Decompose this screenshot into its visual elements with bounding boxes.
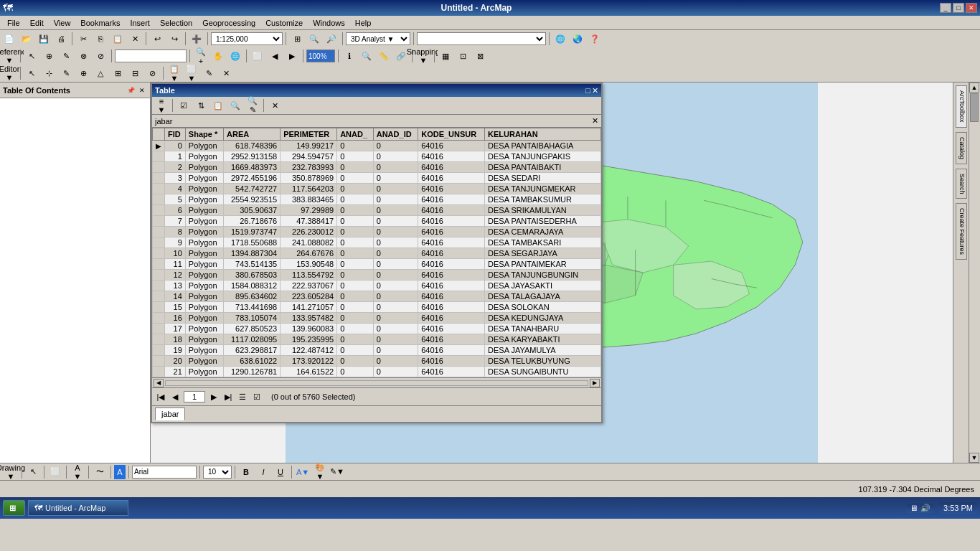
arctools-tab[interactable]: ArcToolbox <box>956 85 967 128</box>
snap-grid-button[interactable]: ▦ <box>438 49 453 63</box>
georef-tool4[interactable]: ⊗ <box>75 49 91 63</box>
menu-windows[interactable]: Windows <box>308 17 349 29</box>
table-field-button[interactable]: 📋 <box>210 98 226 113</box>
redo-button[interactable]: ↪ <box>166 32 182 46</box>
table-search-button[interactable]: 🔍✎ <box>245 98 260 113</box>
drawing-color-button[interactable]: A <box>114 465 126 479</box>
editor-button[interactable]: Editor ▼ <box>1 66 17 80</box>
save-button[interactable]: 💾 <box>36 32 52 46</box>
font-size-dropdown[interactable]: 10 12 14 <box>203 466 232 479</box>
col-shape[interactable]: Shape * <box>185 128 223 141</box>
georef-tool1[interactable]: ↖ <box>24 49 39 63</box>
menu-help[interactable]: Help <box>351 17 376 29</box>
add-data-button[interactable]: ➕ <box>189 32 204 46</box>
zoom-in-button[interactable]: 🔍 <box>306 32 322 46</box>
col-fid[interactable]: FID <box>165 128 186 141</box>
vscroll-down-button[interactable]: ▼ <box>969 453 979 463</box>
zoom-extent-button[interactable]: ⬜ <box>250 49 265 63</box>
table-row[interactable]: ▶0Polygon618.748396149.992170064016DESA … <box>153 141 601 151</box>
table-row[interactable]: 10Polygon1394.887304264.676760064016DESA… <box>153 248 601 259</box>
table-menu-button[interactable]: ≡ ▼ <box>154 98 169 113</box>
table-row[interactable]: 19Polygon623.298817122.4874120064016DESA… <box>153 345 601 356</box>
tools-dropdown[interactable] <box>417 32 546 45</box>
italic-button[interactable]: I <box>255 465 271 479</box>
edit-tool4[interactable]: ⊕ <box>75 66 91 80</box>
jabar-close-button[interactable]: ✕ <box>592 116 598 126</box>
col-anad[interactable]: ANAD_ <box>337 128 374 141</box>
table-tab-jabar[interactable]: jabar <box>155 408 185 420</box>
table-row[interactable]: 20Polygon638.61022173.9201220064016DESA … <box>153 356 601 367</box>
measure-button[interactable]: 📏 <box>376 49 392 63</box>
line-color-button[interactable]: ✎▼ <box>329 465 345 479</box>
table-row[interactable]: 16Polygon783.105074133.9574820064016DESA… <box>153 313 601 324</box>
minimize-button[interactable]: _ <box>940 3 951 13</box>
snap-end-button[interactable]: ⊡ <box>455 49 471 63</box>
edit-layers-button[interactable]: 📋 ▼ <box>166 66 182 80</box>
table-row[interactable]: 2Polygon1669.483973232.7839930064016DESA… <box>153 162 601 173</box>
table-row[interactable]: 12Polygon380.678503113.5547920064016DESA… <box>153 270 601 281</box>
identify-button[interactable]: ℹ <box>341 49 357 63</box>
snap-mid-button[interactable]: ⊠ <box>472 49 488 63</box>
table-close-button[interactable]: ✕ <box>592 86 598 95</box>
table-row[interactable]: 17Polygon627.850523139.9600830064016DESA… <box>153 324 601 334</box>
table-row[interactable]: 13Polygon1584.088312222.9370670064016DES… <box>153 281 601 291</box>
nav-next-button[interactable]: ▶ <box>208 390 220 404</box>
fill-color-button[interactable]: 🎨▼ <box>312 465 328 479</box>
nav-prev-button[interactable]: ◀ <box>169 390 181 404</box>
world-button[interactable]: 🌐 <box>227 49 243 63</box>
menu-customize[interactable]: Customize <box>261 17 307 29</box>
browser-button[interactable]: 🌏 <box>570 32 585 46</box>
col-kode[interactable]: KODE_UNSUR <box>418 128 485 141</box>
edit-tool8[interactable]: ⊘ <box>144 66 160 80</box>
copy-button[interactable]: ⎘ <box>93 32 108 46</box>
toc-close-button[interactable]: ✕ <box>137 85 147 95</box>
help-button[interactable]: ❓ <box>587 32 603 46</box>
selected-only-button[interactable]: ☑ <box>251 390 263 404</box>
edit-delete-button[interactable]: ✕ <box>218 66 234 80</box>
bold-button[interactable]: B <box>238 465 254 479</box>
edit-tool2[interactable]: ⊹ <box>41 66 57 80</box>
undo-button[interactable]: ↩ <box>149 32 165 46</box>
menu-insert[interactable]: Insert <box>126 17 154 29</box>
table-row[interactable]: 21Polygon1290.126781164.615220064016DESA… <box>153 367 601 377</box>
create-features-tab[interactable]: Create Features <box>956 203 967 260</box>
vscroll-up-button[interactable]: ▲ <box>969 83 979 93</box>
col-area[interactable]: AREA <box>224 128 281 141</box>
edit-feature-button[interactable]: ⬜ ▼ <box>184 66 199 80</box>
snapping-button[interactable]: Snapping ▼ <box>415 49 431 63</box>
table-title-bar[interactable]: Table □ ✕ <box>152 84 601 97</box>
map-extent-button[interactable]: ⊞ <box>289 32 305 46</box>
close-button[interactable]: ✕ <box>966 3 977 13</box>
scale-dropdown[interactable]: 1:125,000 <box>211 32 283 45</box>
table-row[interactable]: 9Polygon1718.550688241.0880820064016DESA… <box>153 237 601 248</box>
menu-selection[interactable]: Selection <box>156 17 197 29</box>
drawing-text-button[interactable]: A ▼ <box>70 465 85 479</box>
zoom-out-button[interactable]: 🔎 <box>324 32 339 46</box>
col-kelurahan[interactable]: KELURAHAN <box>485 128 601 141</box>
table-hscroll[interactable]: ◀ ▶ <box>152 377 601 387</box>
edit-tool1[interactable]: ↖ <box>24 66 39 80</box>
table-row[interactable]: 11Polygon743.514135153.905480064016DESA … <box>153 259 601 270</box>
restore-button[interactable]: □ <box>953 3 964 13</box>
drawing-select-button[interactable]: ↖ <box>25 465 41 479</box>
underline-button[interactable]: U <box>273 465 288 479</box>
3d-analyst-dropdown[interactable]: 3D Analyst ▼ <box>346 32 410 45</box>
table-zoom-button[interactable]: 🔍 <box>227 98 243 113</box>
table-clear-button[interactable]: ✕ <box>267 98 283 113</box>
start-button[interactable]: ⊞ <box>3 500 25 516</box>
drawing-menu-button[interactable]: Drawing ▼ <box>3 465 19 479</box>
table-row[interactable]: 14Polygon895.634602223.6052840064016DESA… <box>153 291 601 302</box>
edit-sketch-button[interactable]: ✎ <box>201 66 217 80</box>
catalog-tab[interactable]: Catalog <box>956 132 967 164</box>
menu-bookmarks[interactable]: Bookmarks <box>76 17 124 29</box>
georef-tool5[interactable]: ⊘ <box>93 49 108 63</box>
delete-button[interactable]: ✕ <box>127 32 143 46</box>
pan-button[interactable]: ✋ <box>210 49 226 63</box>
table-row[interactable]: 18Polygon1117.028095195.2359950064016DES… <box>153 334 601 345</box>
nav-first-button[interactable]: |◀ <box>155 390 166 404</box>
table-row[interactable]: 4Polygon542.742727117.5642030064016DESA … <box>153 184 601 194</box>
globe-button[interactable]: 🌐 <box>552 32 568 46</box>
drawing-spline-button[interactable]: 〜 <box>92 465 108 479</box>
print-button[interactable]: 🖨 <box>53 32 69 46</box>
font-color-button[interactable]: A▼ <box>295 465 311 479</box>
